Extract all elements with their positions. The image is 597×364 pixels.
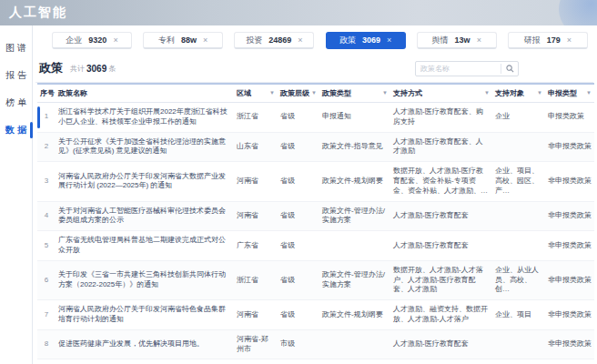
cell-no: 4 (37, 201, 56, 231)
filter-icon[interactable]: ▼ (537, 88, 542, 97)
cell-type (319, 359, 390, 364)
chip-count: 179 (547, 35, 561, 45)
sidebar-item-报告[interactable]: 报告 (0, 62, 32, 89)
cell-name: 引进规模总部企业 (56, 359, 234, 364)
table-row[interactable]: 7河南省人民政府办公厅关于印发河南省特色食品集群培育行动计划的通知河南省省级政策… (37, 300, 594, 330)
sidebar-item-图谱[interactable]: 图谱 (0, 35, 32, 62)
banner-decoration (559, 0, 597, 25)
chip-label: 研报 (524, 35, 541, 46)
search-icon[interactable] (501, 65, 518, 73)
chip-label: 政策 (339, 35, 356, 46)
chip-count: 13w (455, 35, 471, 45)
cell-name: 广东省无线电管理局科普基地二期建设完成正式对公众开放 (56, 231, 234, 261)
table-row[interactable]: 8促进医药健康产业发展，优先解决项目用地。河南省-郑州市市级人才激励-医疗教育配… (37, 329, 594, 359)
cell-type: 政策文件-管理办法/实施方案 (319, 201, 390, 231)
page: 人工智能 图谱报告榜单数据 企业9320×专利88w×投资24869×政策306… (0, 0, 597, 364)
entity-chip-专利[interactable]: 专利88w× (143, 32, 223, 49)
chip-count: 9320 (88, 35, 106, 45)
chip-label: 投资 (246, 35, 262, 46)
cell-level: 市级 (278, 329, 319, 359)
cell-support: 数据开放、人才激励-人才落户、人才激励-医疗教育配套、人才激励 (390, 260, 492, 299)
cell-target (492, 359, 545, 364)
cell-level: 省级 (278, 103, 319, 133)
cell-support: 人才激励-医疗教育配套 (390, 231, 492, 261)
cell-no: 8 (37, 329, 56, 359)
cell-region: 浙江省 (234, 103, 278, 133)
entity-filter-chips: 企业9320×专利88w×投资24869×政策3069×舆情13w×研报179× (35, 30, 593, 55)
filter-icon[interactable]: ▼ (269, 88, 275, 97)
cell-apply: 非申报类政策 (545, 260, 594, 299)
cell-apply: 非申报类政策 (545, 132, 594, 162)
column-header-区域: 区域▼ (234, 84, 278, 103)
cell-type (319, 231, 390, 261)
cell-name: 关于对河南省人工智能医疗器械科审伦理技术委员会委员组成方案的公示 (56, 201, 234, 231)
column-header-支持方式: 支持方式▼ (390, 84, 492, 103)
cell-level: 市级 (278, 359, 319, 364)
cell-type: 政策文件-规划纲要 (319, 300, 390, 330)
cell-no: 5 (37, 231, 56, 261)
cell-target (492, 201, 545, 231)
filter-icon[interactable]: ▼ (484, 88, 490, 97)
table-row[interactable]: 5广东省无线电管理局科普基地二期建设完成正式对公众开放广东省省级人才激励-医疗教… (37, 231, 594, 261)
entity-chip-投资[interactable]: 投资24869× (234, 32, 314, 49)
cell-region: 广东省 (234, 231, 278, 261)
column-header-序号: 序号 (37, 84, 56, 103)
filter-icon[interactable]: ▼ (382, 88, 388, 97)
table-row[interactable]: 6关于印发《三省一市共建长三角科技创新共同体行动方案（2022-2025年）》的… (37, 260, 594, 299)
cell-support: 数据开放、人才激励-医疗教育配套、资金补贴-专项资金、资金补贴、人才激励、… (390, 162, 492, 201)
column-header-申报类型: 申报类型▼ (545, 84, 594, 103)
entity-chip-研报[interactable]: 研报179× (508, 32, 588, 49)
cell-region: 山东省 (234, 132, 278, 162)
entity-chip-企业[interactable]: 企业9320× (52, 32, 132, 49)
cell-apply: 非申报类政策 (545, 162, 594, 201)
table-row[interactable]: 4关于对河南省人工智能医疗器械科审伦理技术委员会委员组成方案的公示河南省省级政策… (37, 201, 594, 231)
column-header-政策层级: 政策层级▼ (278, 84, 319, 103)
chip-close-icon[interactable]: × (113, 35, 117, 45)
entity-chip-舆情[interactable]: 舆情13w× (417, 32, 497, 49)
cell-name: 关于公开征求《关于加强全省科技伦理治理的实施意见》(征求意见稿) 意见建议的通知 (56, 132, 234, 162)
filter-icon[interactable]: ▼ (311, 88, 317, 97)
search-input[interactable] (416, 65, 501, 73)
cell-support: 人才激励-医疗教育配套、人才激励 (390, 132, 492, 162)
chip-close-icon[interactable]: × (567, 35, 572, 45)
chip-close-icon[interactable]: × (203, 35, 207, 45)
cell-support (390, 359, 492, 364)
cell-region: 河南省 (234, 162, 278, 201)
chip-close-icon[interactable]: × (477, 35, 481, 45)
section-title: 政策 (39, 60, 63, 76)
cell-no: 7 (37, 300, 56, 330)
sidebar-item-榜单[interactable]: 榜单 (0, 89, 32, 116)
cell-apply: 非申报类政策 (545, 231, 594, 261)
chip-count: 3069 (362, 35, 380, 45)
cell-apply: 非申报类政策 (545, 359, 594, 364)
chip-close-icon[interactable]: × (298, 35, 302, 45)
cell-level: 省级 (278, 201, 319, 231)
cell-type: 政策文件-管理办法/实施方案 (319, 260, 390, 299)
cell-support: 人才激励-医疗教育配套 (390, 201, 492, 231)
section-header: 政策 共计 3069 条 (35, 55, 593, 83)
cell-apply: 申报类政策 (545, 103, 594, 133)
filter-icon[interactable]: ▼ (586, 88, 592, 97)
column-header-支持对象: 支持对象▼ (492, 84, 545, 103)
table-row[interactable]: 3河南省人民政府办公厅关于印发河南省大数据产业发展行动计划 (2022—2025… (37, 162, 594, 201)
table-row[interactable]: 9引进规模总部企业河南省-郑州市市级非申报类政策 (37, 359, 594, 364)
cell-no: 3 (37, 162, 56, 201)
cell-no: 6 (37, 260, 56, 299)
cell-no: 1 (37, 103, 56, 133)
table-row[interactable]: 1浙江省科学技术厅关于组织开展2022年度浙江省科技小巨人企业、科技领军企业申报… (37, 103, 594, 133)
column-header-政策类型: 政策类型▼ (319, 84, 390, 103)
cell-target (492, 329, 545, 359)
sidebar-item-数据[interactable]: 数据 (0, 116, 32, 144)
cell-no: 2 (37, 132, 56, 162)
cell-region: 河南省-郑州市 (234, 359, 278, 364)
entity-chip-政策[interactable]: 政策3069× (326, 32, 406, 49)
cell-target: 企业、项目 (492, 300, 545, 330)
cell-type: 政策文件-规划纲要 (319, 162, 390, 201)
chip-close-icon[interactable]: × (387, 35, 391, 45)
cell-support: 人才激励-医疗教育配套 (390, 329, 492, 359)
chip-count: 88w (181, 35, 197, 45)
total-count: 3069 (86, 64, 106, 74)
table-row[interactable]: 2关于公开征求《关于加强全省科技伦理治理的实施意见》(征求意见稿) 意见建议的通… (37, 132, 594, 162)
chip-label: 企业 (66, 35, 82, 46)
total-prefix: 共计 (70, 64, 85, 74)
